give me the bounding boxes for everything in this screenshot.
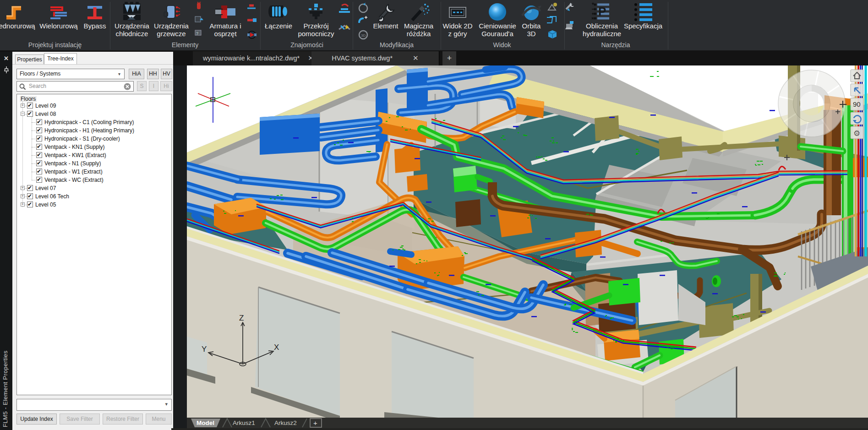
svg-text:?: ? bbox=[196, 31, 198, 36]
svg-text:X: X bbox=[274, 343, 279, 352]
svg-text:3D: 3D bbox=[361, 33, 366, 38]
svg-text:Z: Z bbox=[239, 314, 244, 322]
svg-text:⚙: ⚙ bbox=[853, 129, 860, 138]
svg-text:Model: Model bbox=[197, 419, 214, 426]
svg-text:Y: Y bbox=[202, 345, 207, 354]
svg-text:Arkusz2: Arkusz2 bbox=[274, 419, 297, 426]
svg-text:P: P bbox=[598, 5, 606, 18]
svg-text:+: + bbox=[313, 419, 317, 427]
svg-text:90: 90 bbox=[853, 100, 861, 108]
svg-text:Arkusz1: Arkusz1 bbox=[233, 419, 255, 426]
